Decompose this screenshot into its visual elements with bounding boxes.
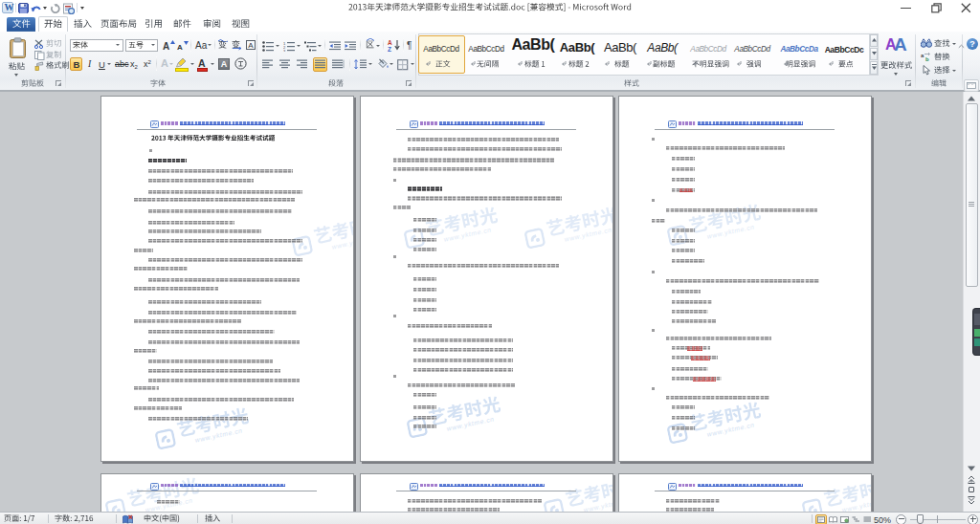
svg-text:3: 3 — [283, 49, 286, 52]
svg-text:a: a — [921, 53, 924, 58]
svg-text:b: b — [925, 56, 929, 61]
